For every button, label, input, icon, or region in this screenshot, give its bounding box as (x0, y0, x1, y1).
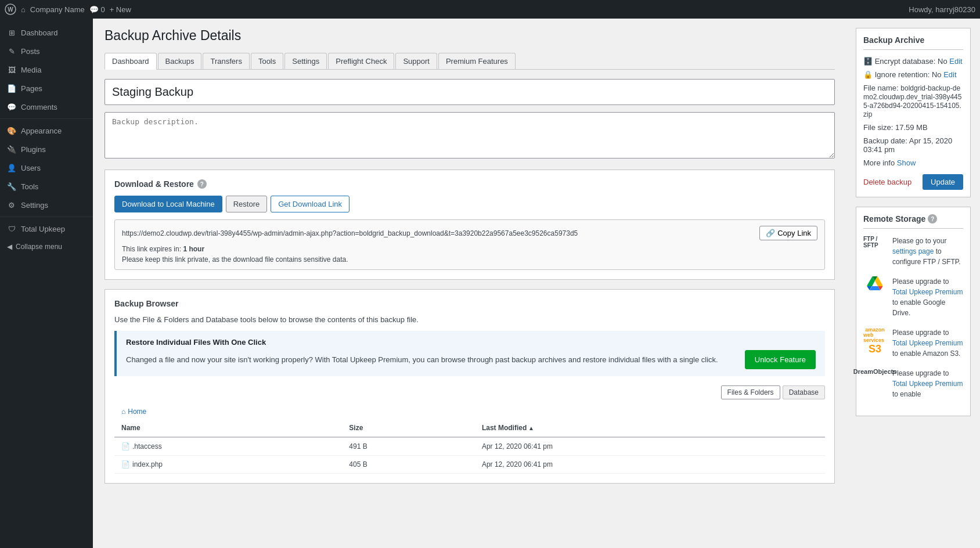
sidebar: ⊞ Dashboard ✎ Posts 🖼 Media 📄 Pages 💬 Co… (0, 19, 93, 548)
gdrive-upgrade-link2[interactable]: Premium (935, 288, 963, 296)
site-name[interactable]: Company Name (30, 5, 85, 14)
retention-icon: 🔒 (863, 70, 873, 79)
filesize-row: File size: 17.59 MB (863, 123, 963, 132)
backup-browser-description: Use the File & Folders and Database tool… (114, 315, 825, 324)
unlock-feature-button[interactable]: Unlock Feature (745, 350, 816, 369)
update-button[interactable]: Update (923, 174, 963, 190)
comments-icon[interactable]: 💬 0 (89, 5, 105, 14)
sidebar-label-plugins: Plugins (21, 145, 46, 154)
tools-icon: 🔧 (7, 182, 16, 191)
retention-row: 🔒 Ignore retention: No Edit (863, 70, 963, 79)
sidebar-item-pages[interactable]: 📄 Pages (0, 79, 93, 98)
gdrive-upgrade-link1[interactable]: Total Upkeep (892, 288, 933, 296)
s3-text: Please upgrade to Total Upkeep Premium t… (892, 327, 963, 359)
tab-tools[interactable]: Tools (251, 53, 283, 69)
remote-storage-dreamobjects: DreamObjects Please upgrade to Total Upk… (863, 368, 963, 399)
tab-backups[interactable]: Backups (158, 53, 202, 69)
get-download-link-button[interactable]: Get Download Link (271, 196, 350, 212)
ftp-settings-link[interactable]: settings page (892, 247, 934, 255)
tab-support[interactable]: Support (395, 53, 437, 69)
new-button[interactable]: + New (110, 5, 131, 14)
tab-preflight[interactable]: Preflight Check (328, 53, 394, 69)
media-icon: 🖼 (7, 65, 16, 74)
encrypt-row: 🗄️ Encrypt database: No Edit (863, 57, 963, 66)
appearance-icon: 🎨 (7, 126, 16, 135)
page-title: Backup Archive Details (105, 28, 835, 44)
right-sidebar: Backup Archive 🗄️ Encrypt database: No E… (846, 19, 980, 548)
admin-bar: W ⌂ Company Name 💬 0 + New Howdy, harryj… (0, 0, 980, 19)
remote-storage-help-icon[interactable]: ? (928, 214, 937, 223)
users-icon: 👤 (7, 163, 16, 172)
download-local-button[interactable]: Download to Local Machine (114, 196, 222, 212)
tab-transfers[interactable]: Transfers (203, 53, 249, 69)
do-upgrade-link2[interactable]: Premium (935, 380, 963, 388)
private-note-text: Please keep this link private, as the do… (122, 255, 817, 264)
download-link-box: https://demo2.cloudwp.dev/trial-398y4455… (114, 219, 825, 270)
sidebar-item-users[interactable]: 👤 Users (0, 158, 93, 177)
collapse-icon: ◀ (7, 243, 12, 251)
sidebar-item-total-upkeep[interactable]: 🛡 Total Upkeep (0, 219, 93, 238)
backup-name-input[interactable] (105, 79, 835, 105)
restore-button[interactable]: Restore (226, 196, 268, 212)
sidebar-divider-2 (0, 217, 93, 217)
sidebar-item-appearance[interactable]: 🎨 Appearance (0, 121, 93, 140)
filesize-label: File size: (863, 123, 893, 132)
posts-icon: ✎ (7, 46, 16, 56)
file-tab-database[interactable]: Database (783, 385, 825, 399)
download-restore-title: Download & Restore ? (114, 179, 825, 189)
remote-storage-title: Remote Storage ? (863, 214, 963, 229)
sidebar-item-dashboard[interactable]: ⊞ Dashboard (0, 23, 93, 42)
filename-row: File name: boldgrid-backup-demo2.cloudwp… (863, 84, 963, 118)
file-size-htaccess: 491 B (342, 437, 475, 456)
file-size-index: 405 B (342, 456, 475, 474)
sidebar-item-settings[interactable]: ⚙ Settings (0, 196, 93, 214)
remote-storage-s3: amazon web services S3 Please upgrade to… (863, 327, 963, 359)
file-tabs: Files & Folders Database (114, 385, 825, 399)
sidebar-label-posts: Posts (21, 47, 40, 56)
table-row: 📄index.php 405 B Apr 12, 2020 06:41 pm (114, 456, 825, 474)
backup-browser-title: Backup Browser (114, 299, 825, 308)
s3-upgrade-link2[interactable]: Premium (935, 339, 963, 347)
download-url-text: https://demo2.cloudwp.dev/trial-398y4455… (122, 229, 755, 237)
show-link[interactable]: Show (897, 158, 916, 167)
comments-menu-icon: 💬 (7, 102, 16, 111)
encrypt-edit-link[interactable]: Edit (949, 57, 962, 66)
sidebar-item-comments[interactable]: 💬 Comments (0, 98, 93, 116)
sidebar-label-users: Users (21, 164, 41, 172)
download-help-icon[interactable]: ? (197, 179, 207, 189)
do-upgrade-link1[interactable]: Total Upkeep (892, 380, 933, 388)
col-header-modified: Last Modified (475, 419, 825, 437)
sidebar-item-tools[interactable]: 🔧 Tools (0, 177, 93, 196)
home-icon: ⌂ (21, 5, 26, 14)
retention-value: No (932, 70, 942, 79)
sidebar-item-posts[interactable]: ✎ Posts (0, 42, 93, 60)
sidebar-label-tools: Tools (21, 182, 38, 191)
encrypt-db-icon: 🗄️ (863, 57, 873, 66)
copy-link-button[interactable]: 🔗 Copy Link (759, 226, 817, 240)
settings-icon: ⚙ (7, 200, 16, 210)
filesize-value: 17.59 MB (895, 123, 928, 132)
tab-premium[interactable]: Premium Features (438, 53, 516, 69)
sidebar-item-media[interactable]: 🖼 Media (0, 60, 93, 79)
breadcrumb-home-link[interactable]: Home (128, 408, 146, 416)
tab-settings[interactable]: Settings (284, 53, 327, 69)
file-icon-htaccess: 📄 (121, 442, 130, 450)
collapse-menu-button[interactable]: ◀ Collapse menu (0, 238, 93, 255)
s3-upgrade-link1[interactable]: Total Upkeep (892, 339, 933, 347)
backup-browser-section: Backup Browser Use the File & Folders an… (105, 289, 835, 484)
file-name-index: 📄index.php (114, 456, 342, 474)
tab-dashboard[interactable]: Dashboard (105, 53, 157, 70)
howdy-text: Howdy, harryj80230 (909, 5, 975, 14)
retention-edit-link[interactable]: Edit (943, 70, 956, 79)
premium-callout-body: Changed a file and now your site isn't w… (126, 350, 816, 369)
delete-backup-link[interactable]: Delete backup (863, 178, 911, 186)
meta-actions: Delete backup Update (863, 174, 963, 190)
file-tab-files[interactable]: Files & Folders (721, 385, 780, 399)
expires-time: 1 hour (183, 245, 204, 253)
sidebar-label-media: Media (21, 66, 41, 74)
backup-description-textarea[interactable] (105, 112, 835, 158)
file-modified-index: Apr 12, 2020 06:41 pm (475, 456, 825, 474)
sidebar-item-plugins[interactable]: 🔌 Plugins (0, 140, 93, 158)
gdrive-text: Please upgrade to Total Upkeep Premium t… (892, 276, 963, 318)
premium-callout-text: Changed a file and now your site isn't w… (126, 355, 738, 364)
